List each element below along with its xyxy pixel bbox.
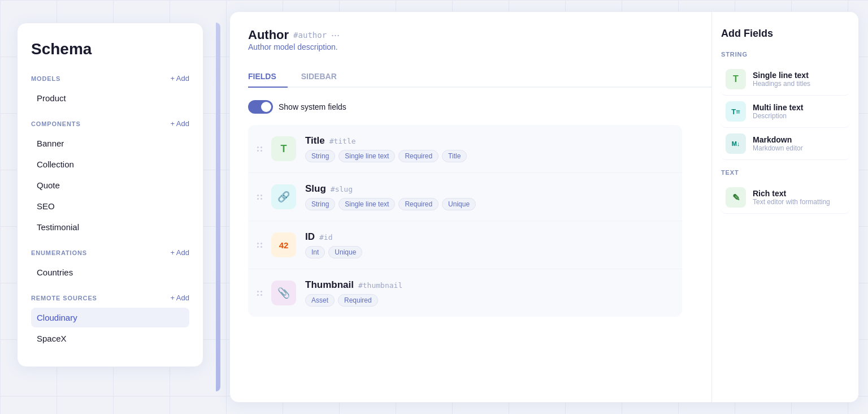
add-fields-panel: Add Fields STRING T Single line text Hea… <box>711 12 858 402</box>
markdown-icon: M↓ <box>726 133 746 154</box>
sidebar-card: Schema MODELS + Add Product COMPONENTS +… <box>17 23 203 367</box>
multi-line-text-icon: T≡ <box>726 101 746 122</box>
field-info-thumbnail: Thumbnail #thumbnail Asset Required <box>305 279 673 307</box>
remote-sources-label: REMOTE SOURCES <box>31 295 97 301</box>
field-info-slug: Slug #slug String Single line text Requi… <box>305 183 673 210</box>
system-fields-toggle[interactable] <box>248 100 273 114</box>
sidebar-accent-border <box>216 23 220 391</box>
model-more-button[interactable]: ··· <box>331 29 340 41</box>
string-section-label: STRING <box>721 51 849 58</box>
field-row-title[interactable]: T Title #title String Single line text R… <box>248 125 682 173</box>
remote-sources-section-header: REMOTE SOURCES + Add <box>31 294 189 302</box>
models-label: MODELS <box>31 75 60 82</box>
toggle-label: Show system fields <box>279 102 346 111</box>
sidebar-item-banner[interactable]: Banner <box>31 133 189 153</box>
single-line-text-info: Single line text Headings and titles <box>753 71 810 88</box>
sidebar-item-spacex[interactable]: SpaceX <box>31 329 189 348</box>
drag-handle-id[interactable] <box>257 243 262 248</box>
rich-text-icon: ✎ <box>726 187 746 208</box>
enumerations-section-header: ENUMERATIONS + Add <box>31 248 189 257</box>
components-label: COMPONENTS <box>31 120 81 127</box>
field-type-multi-line-text[interactable]: T≡ Multi line text Description <box>721 96 849 128</box>
field-tags-id: Int Unique <box>305 246 673 258</box>
sidebar-item-testimonial[interactable]: Testimonial <box>31 217 189 237</box>
drag-handle-slug[interactable] <box>257 195 262 200</box>
model-title-row: Author #author ··· <box>248 28 340 42</box>
field-tags-title: String Single line text Required Title <box>305 150 673 162</box>
multi-line-text-info: Multi line text Description <box>753 103 803 120</box>
field-row-id[interactable]: 42 ID #id Int Unique <box>248 221 682 269</box>
drag-handle-thumbnail[interactable] <box>257 291 262 296</box>
components-add-button[interactable]: + Add <box>170 119 189 128</box>
model-name: Author <box>248 28 289 42</box>
add-fields-title: Add Fields <box>721 23 849 40</box>
remote-sources-add-button[interactable]: + Add <box>170 294 189 302</box>
field-icon-id: 42 <box>271 232 296 257</box>
sidebar-item-quote[interactable]: Quote <box>31 175 189 195</box>
field-icon-thumbnail: 📎 <box>271 281 296 305</box>
field-tags-slug: String Single line text Required Unique <box>305 198 673 210</box>
single-line-text-icon: T <box>726 69 746 89</box>
text-section-label: TEXT <box>721 169 849 176</box>
model-info: Author #author ··· Author model descript… <box>248 28 340 63</box>
rich-text-info: Rich text Text editor with formatting <box>753 189 830 206</box>
tab-sidebar[interactable]: SIDEBAR <box>301 66 348 88</box>
sidebar-item-seo[interactable]: SEO <box>31 196 189 216</box>
content-card: Author #author ··· Author model descript… <box>229 11 859 403</box>
sidebar-item-countries[interactable]: Countries <box>31 262 189 282</box>
main-content: Author #author ··· Author model descript… <box>220 0 868 414</box>
field-row-thumbnail[interactable]: 📎 Thumbnail #thumbnail Asset Required <box>248 269 682 317</box>
field-info-id: ID #id Int Unique <box>305 231 673 258</box>
field-row-slug[interactable]: 🔗 Slug #slug String Single line text Req… <box>248 173 682 221</box>
tab-fields[interactable]: FIELDS <box>248 66 288 88</box>
sidebar-item-collection[interactable]: Collection <box>31 154 189 174</box>
models-add-button[interactable]: + Add <box>170 74 189 83</box>
field-icon-title: T <box>271 136 296 161</box>
components-section-header: COMPONENTS + Add <box>31 119 189 128</box>
sidebar-item-cloudinary[interactable]: Cloudinary <box>31 308 189 327</box>
fields-container: T Title #title String Single line text R… <box>248 125 682 317</box>
model-description: Author model description. <box>248 42 340 51</box>
sidebar: Schema MODELS + Add Product COMPONENTS +… <box>0 0 220 414</box>
field-tags-thumbnail: Asset Required <box>305 294 673 307</box>
model-id: #author <box>293 31 327 40</box>
field-type-single-line-text[interactable]: T Single line text Headings and titles <box>721 63 849 96</box>
schema-title: Schema <box>31 40 189 58</box>
field-info-title: Title #title String Single line text Req… <box>305 135 673 162</box>
field-type-markdown[interactable]: M↓ Markdown Markdown editor <box>721 128 849 160</box>
drag-handle[interactable] <box>257 146 262 152</box>
models-section-header: MODELS + Add <box>31 74 189 83</box>
field-type-rich-text[interactable]: ✎ Rich text Text editor with formatting <box>721 182 849 214</box>
field-icon-slug: 🔗 <box>271 184 296 209</box>
sidebar-item-product[interactable]: Product <box>31 88 189 108</box>
markdown-info: Markdown Markdown editor <box>753 135 803 152</box>
enumerations-label: ENUMERATIONS <box>31 249 87 256</box>
enumerations-add-button[interactable]: + Add <box>170 248 189 257</box>
